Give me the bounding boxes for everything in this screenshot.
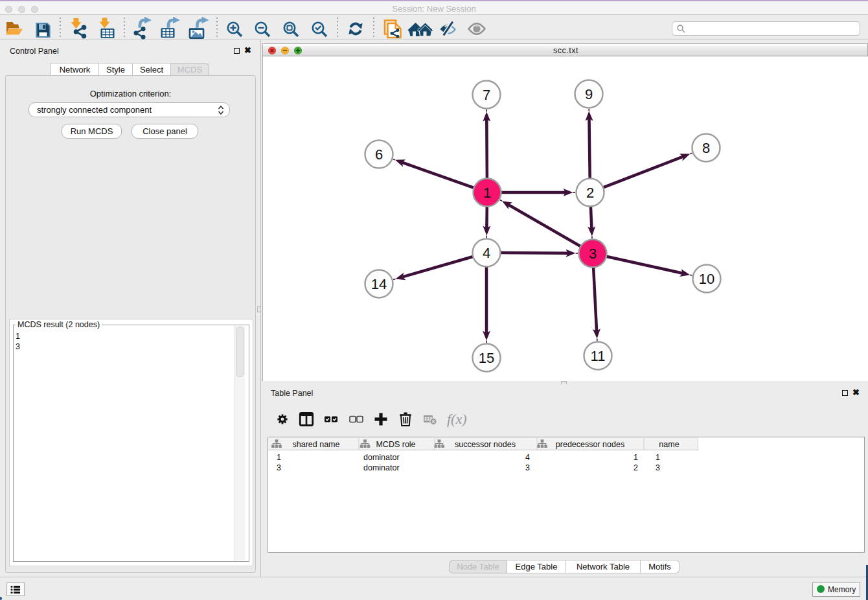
svg-text:3: 3: [277, 463, 281, 472]
svg-text:shared name: shared name: [293, 440, 340, 449]
svg-text:1: 1: [634, 453, 638, 462]
svg-text:MCDS role: MCDS role: [376, 440, 415, 449]
svg-text:name: name: [659, 440, 679, 449]
svg-text:2: 2: [634, 463, 638, 472]
svg-text:1: 1: [483, 185, 491, 201]
svg-text:2: 2: [586, 185, 594, 201]
svg-text:predecessor nodes: predecessor nodes: [556, 440, 624, 449]
svg-text:1: 1: [277, 453, 281, 462]
svg-text:dominator: dominator: [363, 453, 400, 462]
svg-text:14: 14: [371, 276, 387, 292]
svg-text:8: 8: [702, 140, 710, 156]
svg-text:7: 7: [483, 87, 490, 103]
svg-text:f(x): f(x): [447, 411, 467, 427]
svg-text:3: 3: [656, 463, 660, 472]
svg-text:3: 3: [589, 246, 597, 262]
svg-text:15: 15: [479, 350, 494, 366]
svg-text:9: 9: [585, 86, 593, 102]
svg-text:3: 3: [525, 463, 530, 472]
svg-text:6: 6: [375, 146, 383, 163]
svg-text:1: 1: [656, 453, 660, 462]
svg-text:4: 4: [483, 245, 490, 261]
svg-text:11: 11: [591, 348, 606, 364]
svg-text:successor nodes: successor nodes: [455, 440, 516, 449]
svg-text:10: 10: [699, 271, 714, 287]
svg-text:4: 4: [525, 453, 530, 462]
svg-text:dominator: dominator: [363, 463, 400, 472]
